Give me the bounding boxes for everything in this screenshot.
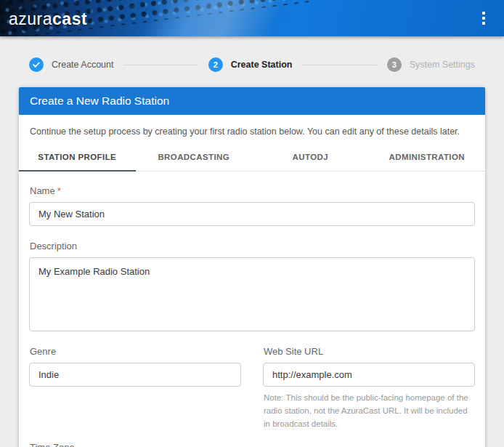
genre-field-group: Genre (29, 346, 241, 387)
card-title: Create a New Radio Station (19, 87, 485, 115)
genre-website-row: Genre Web Site URL Note: This should be … (29, 346, 475, 430)
tab-station-profile[interactable]: STATION PROFILE (19, 144, 136, 172)
step-label: Create Account (52, 60, 113, 70)
description-textarea[interactable]: My Example Radio Station (29, 257, 475, 331)
step-number-badge: 2 (208, 57, 223, 72)
website-field-group: Web Site URL Note: This should be the pu… (263, 346, 475, 430)
name-input[interactable] (29, 202, 475, 226)
app-header: azuracast (0, 0, 504, 36)
step-label: System Settings (410, 60, 475, 70)
required-asterisk: * (57, 185, 61, 196)
step-label: Create Station (231, 60, 293, 70)
step-create-account: Create Account (29, 57, 113, 72)
timezone-field-group: Time Zone New York (UTC-4) Scheduled pla… (29, 442, 475, 447)
station-profile-form: Name* Description My Example Radio Stati… (29, 172, 475, 447)
website-input[interactable] (263, 363, 475, 387)
tab-autodj[interactable]: AUTODJ (252, 144, 369, 171)
azuracast-logo: azuracast (9, 9, 87, 29)
genre-input[interactable] (29, 363, 241, 387)
step-create-station: 2 Create Station (208, 57, 293, 72)
setup-stepper: Create Account 2 Create Station 3 System… (0, 36, 504, 72)
description-label: Description (30, 241, 475, 251)
name-label: Name* (30, 185, 475, 196)
name-field-group: Name* (29, 185, 475, 226)
card-intro-text: Continue the setup process by creating y… (30, 126, 474, 137)
logo-text-light: azura (9, 9, 52, 28)
logo-text-bold: cast (52, 9, 87, 28)
website-note: Note: This should be the public-facing h… (264, 392, 474, 430)
stepper-connector (123, 65, 198, 65)
step-number-badge: 3 (387, 57, 402, 72)
create-station-card: Create a New Radio Station Continue the … (19, 87, 485, 447)
kebab-menu-icon[interactable] (473, 7, 495, 29)
check-icon (29, 57, 44, 72)
website-label: Web Site URL (264, 346, 475, 357)
station-tabs: STATION PROFILE BROADCASTING AUTODJ ADMI… (19, 144, 485, 172)
description-field-group: Description My Example Radio Station (29, 241, 475, 331)
genre-label: Genre (30, 346, 241, 357)
step-system-settings: 3 System Settings (387, 57, 475, 72)
tab-broadcasting[interactable]: BROADCASTING (136, 144, 253, 171)
tab-administration[interactable]: ADMINISTRATION (369, 144, 486, 171)
timezone-label: Time Zone (30, 442, 475, 447)
stepper-connector (302, 65, 376, 65)
